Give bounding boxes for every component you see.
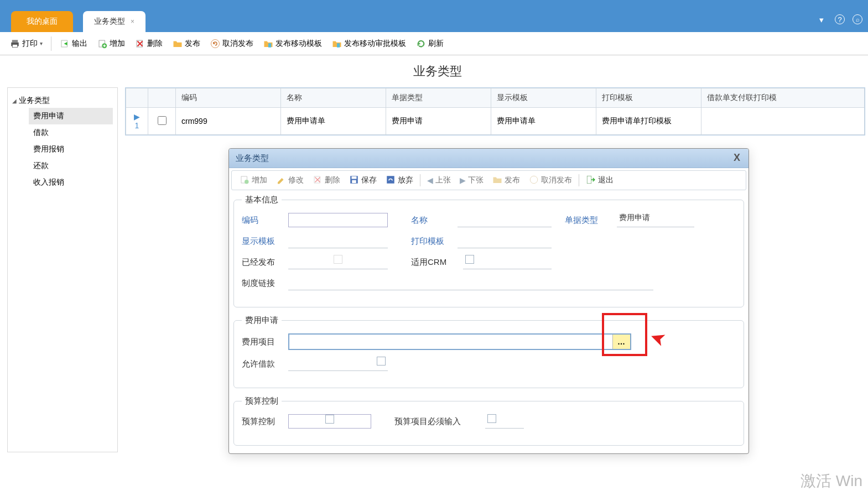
add-icon: [97, 39, 107, 49]
close-icon[interactable]: ×: [131, 18, 134, 25]
export-icon: [60, 39, 70, 49]
label: 发布移动模板: [276, 39, 322, 49]
tab-desktop[interactable]: 我的桌面: [11, 11, 73, 32]
label: 输出: [72, 39, 87, 49]
refresh-icon: [416, 39, 426, 49]
refresh-button[interactable]: 刷新: [412, 36, 448, 51]
help-icon[interactable]: ?: [835, 14, 845, 24]
main-toolbar: 打印 ▾ 输出 增加 删除 发布 取消发布 发布移动模板: [0, 32, 868, 55]
tab-biz-type[interactable]: 业务类型 ×: [83, 11, 145, 32]
export-button[interactable]: 输出: [55, 36, 92, 51]
label: 增加: [110, 39, 125, 49]
publish-mobile-approve-button[interactable]: 发布移动审批模板: [328, 36, 410, 51]
delete-button[interactable]: 删除: [131, 36, 167, 51]
dropdown-icon[interactable]: ▾: [816, 14, 827, 25]
printer-icon: [10, 39, 20, 49]
folder-mobile-approve-icon: [332, 39, 342, 49]
chevron-down-icon: ▾: [40, 40, 43, 46]
tab-label: 业务类型: [94, 17, 125, 27]
unpublish-button[interactable]: 取消发布: [206, 36, 258, 51]
label: 刷新: [428, 39, 444, 49]
add-button[interactable]: 增加: [93, 36, 129, 51]
label: 发布: [185, 39, 200, 49]
svg-rect-9: [337, 43, 340, 48]
svg-rect-8: [268, 43, 271, 48]
svg-rect-0: [12, 40, 18, 43]
label: 发布移动审批模板: [344, 39, 406, 49]
tabs-bar: 我的桌面 业务类型 × ▾ ? ⌕: [0, 10, 868, 32]
svg-rect-2: [13, 44, 18, 47]
folder-mobile-icon: [263, 39, 273, 49]
publish-mobile-tpl-button[interactable]: 发布移动模板: [259, 36, 326, 51]
label: 删除: [147, 39, 163, 49]
undo-icon: [210, 39, 220, 49]
print-button[interactable]: 打印 ▾: [6, 36, 47, 51]
label: 取消发布: [222, 39, 253, 49]
search-icon[interactable]: ⌕: [853, 14, 862, 24]
delete-icon: [135, 39, 145, 49]
folder-publish-icon: [173, 39, 183, 49]
label: 打印: [22, 39, 38, 49]
publish-button[interactable]: 发布: [168, 36, 205, 51]
tab-label: 我的桌面: [27, 17, 58, 25]
